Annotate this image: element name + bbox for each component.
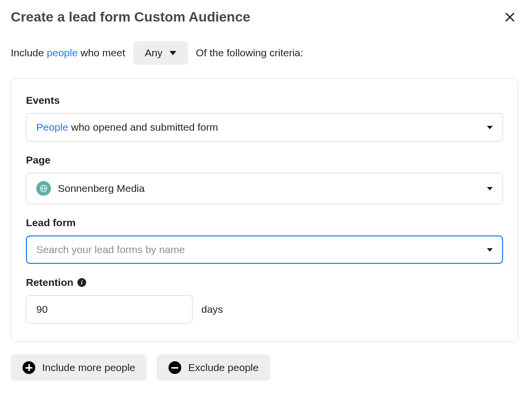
include-text: Include (11, 47, 47, 58)
chevron-down-icon (169, 51, 176, 55)
page-avatar-icon (36, 181, 51, 196)
retention-field-group: Retention i days (26, 277, 503, 324)
chevron-down-icon (487, 248, 493, 252)
plus-icon (23, 361, 35, 374)
lead-form-field-group: Lead form Search your lead forms by name (26, 217, 503, 264)
criteria-text-left: Include people who meet (11, 47, 125, 59)
events-people-link: People (36, 121, 68, 133)
page-field-group: Page Sonnenberg Media (26, 154, 503, 204)
include-more-label: Include more people (42, 362, 135, 373)
info-icon[interactable]: i (77, 278, 86, 287)
retention-input-row: days (26, 295, 503, 324)
criteria-panel: Events People who opened and submitted f… (11, 78, 518, 342)
any-all-label: Any (145, 47, 163, 59)
events-value: People who opened and submitted form (36, 121, 218, 133)
retention-label: Retention (26, 277, 73, 288)
chevron-down-icon (487, 187, 493, 190)
lead-form-select[interactable]: Search your lead forms by name (26, 235, 503, 264)
exclude-button[interactable]: Exclude people (157, 354, 270, 381)
exclude-label: Exclude people (188, 362, 259, 373)
any-all-selector[interactable]: Any (133, 41, 188, 65)
lead-form-placeholder: Search your lead forms by name (36, 244, 185, 256)
retention-label-row: Retention i (26, 277, 503, 288)
events-field-group: Events People who opened and submitted f… (26, 94, 503, 141)
page-label: Page (26, 154, 503, 166)
page-value-wrapper: Sonnenberg Media (36, 181, 144, 196)
include-more-button[interactable]: Include more people (11, 354, 147, 381)
dialog-title: Create a lead form Custom Audience (11, 9, 250, 25)
retention-input[interactable] (26, 295, 192, 324)
events-label: Events (26, 94, 503, 106)
close-icon (504, 11, 516, 23)
retention-suffix: days (201, 303, 223, 315)
events-rest-text: who opened and submitted form (68, 121, 218, 133)
page-select[interactable]: Sonnenberg Media (26, 173, 503, 204)
lead-form-label: Lead form (26, 217, 503, 229)
who-meet-text: who meet (78, 47, 125, 58)
page-value: Sonnenberg Media (58, 183, 144, 194)
criteria-text-right: Of the following criteria: (196, 47, 303, 59)
dialog-header: Create a lead form Custom Audience (11, 9, 518, 25)
close-button[interactable] (502, 9, 518, 25)
footer-actions: Include more people Exclude people (11, 354, 518, 381)
people-link[interactable]: people (47, 47, 78, 58)
minus-icon (168, 361, 181, 374)
criteria-sentence: Include people who meet Any Of the follo… (11, 41, 518, 65)
events-select[interactable]: People who opened and submitted form (26, 113, 503, 141)
chevron-down-icon (487, 126, 493, 129)
